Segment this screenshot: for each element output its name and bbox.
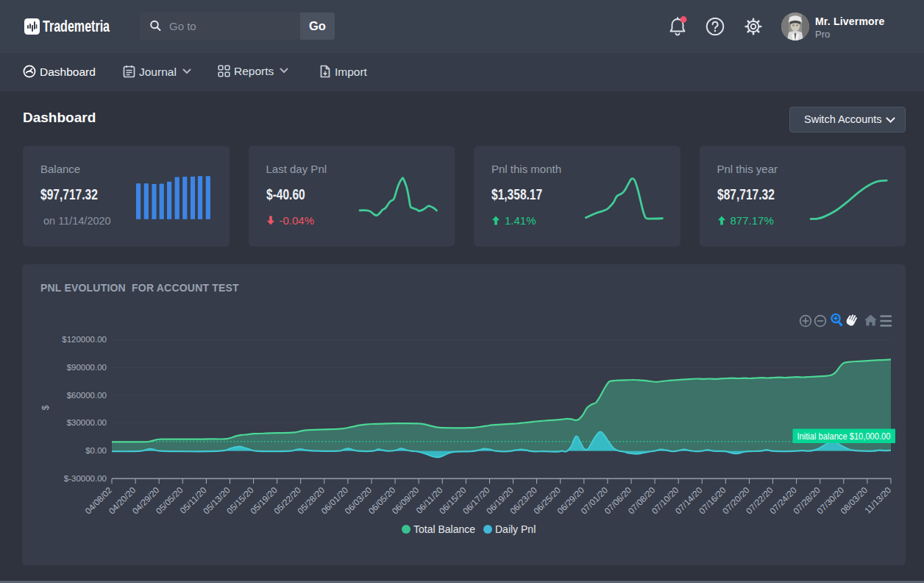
svg-text:$120000.00: $120000.00 xyxy=(62,335,107,344)
svg-text:Total Balance: Total Balance xyxy=(413,523,475,535)
svg-text:11/13/20: 11/13/20 xyxy=(862,485,893,516)
svg-text:$: $ xyxy=(40,405,51,410)
svg-text:$0.00: $0.00 xyxy=(85,446,107,455)
svg-text:Daily Pnl: Daily Pnl xyxy=(495,523,536,535)
svg-text:$60000.00: $60000.00 xyxy=(67,391,107,400)
svg-text:Initial balance $10,000.00: Initial balance $10,000.00 xyxy=(797,431,891,442)
svg-text:$-30000.00: $-30000.00 xyxy=(64,474,107,483)
svg-text:$90000.00: $90000.00 xyxy=(67,363,107,372)
svg-text:$30000.00: $30000.00 xyxy=(67,418,107,427)
